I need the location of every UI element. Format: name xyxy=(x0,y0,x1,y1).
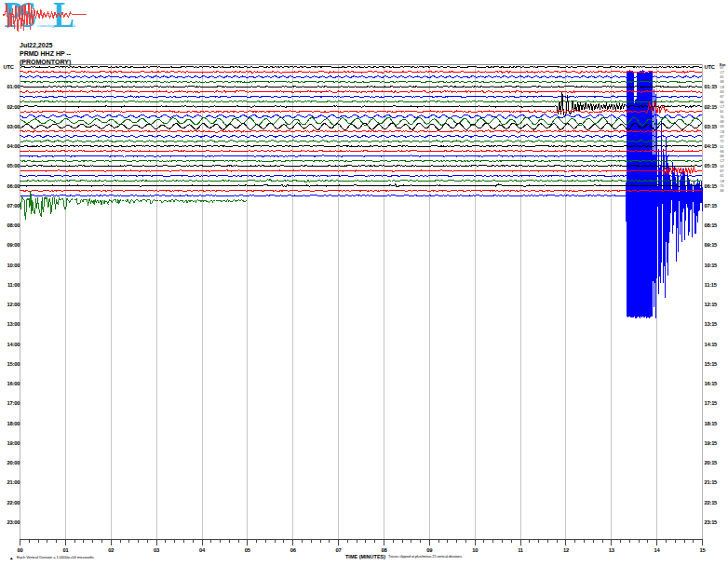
svg-text:17:15: 17:15 xyxy=(705,400,719,406)
svg-text:10: 10 xyxy=(472,547,478,553)
svg-text:04:15: 04:15 xyxy=(705,143,719,149)
svg-text:20:00: 20:00 xyxy=(7,460,20,465)
svg-text:13: 13 xyxy=(609,547,615,553)
svg-text:12:15: 12:15 xyxy=(705,302,719,307)
svg-text:UTC: UTC xyxy=(705,64,716,70)
svg-text:C7: C7 xyxy=(721,105,724,109)
svg-text:22:15: 22:15 xyxy=(705,500,719,505)
svg-text:67: 67 xyxy=(721,169,724,173)
svg-text:16:15: 16:15 xyxy=(705,381,719,386)
svg-text:02: 02 xyxy=(108,547,114,553)
svg-text:03: 03 xyxy=(154,547,160,553)
svg-text:UTC: UTC xyxy=(4,64,15,70)
svg-text:C8: C8 xyxy=(721,180,724,183)
svg-text:Jul22,2025: Jul22,2025 xyxy=(20,42,53,49)
svg-text:01:15: 01:15 xyxy=(705,84,719,89)
svg-text:17:00: 17:00 xyxy=(7,400,20,406)
svg-text:14:00: 14:00 xyxy=(7,342,20,347)
svg-text:66: 66 xyxy=(721,150,724,154)
svg-text:01: 01 xyxy=(62,547,69,553)
svg-text:00: 00 xyxy=(18,547,23,553)
svg-text:23:00: 23:00 xyxy=(7,519,20,525)
svg-text:08: 08 xyxy=(381,547,387,553)
svg-text:13:00: 13:00 xyxy=(7,321,20,327)
svg-text:09:00: 09:00 xyxy=(7,242,20,248)
svg-text:11:15: 11:15 xyxy=(705,282,718,288)
svg-text:18:15: 18:15 xyxy=(705,421,719,426)
svg-text:09:15: 09:15 xyxy=(705,242,719,248)
svg-text:04:00: 04:00 xyxy=(7,143,20,149)
svg-text:11:00: 11:00 xyxy=(7,282,20,288)
svg-text:C7: C7 xyxy=(721,71,724,74)
svg-text:61: 61 xyxy=(721,145,724,149)
svg-text:67: 67 xyxy=(721,95,724,99)
svg-text:07:15: 07:15 xyxy=(705,203,719,209)
svg-text:63: 63 xyxy=(721,90,724,94)
svg-text:63: 63 xyxy=(721,125,724,128)
svg-text:C8: C8 xyxy=(721,86,724,89)
svg-text:67: 67 xyxy=(721,66,724,70)
svg-text:12: 12 xyxy=(563,547,569,553)
svg-text:05:00: 05:00 xyxy=(7,163,20,168)
svg-text:13:15: 13:15 xyxy=(705,321,719,327)
svg-text:68: 68 xyxy=(721,155,724,158)
svg-text:(PROMONTORY): (PROMONTORY) xyxy=(20,59,71,66)
svg-text:02:15: 02:15 xyxy=(705,104,719,110)
svg-text:61: 61 xyxy=(721,174,724,178)
svg-text:09: 09 xyxy=(426,547,433,553)
svg-text:01:00: 01:00 xyxy=(7,84,20,89)
svg-text:19:00: 19:00 xyxy=(7,440,20,446)
svg-text:68: 68 xyxy=(721,80,724,84)
svg-text:67: 67 xyxy=(721,135,724,139)
svg-text:08:15: 08:15 xyxy=(705,222,719,228)
svg-text:15: 15 xyxy=(700,547,707,553)
svg-text:15:00: 15:00 xyxy=(7,361,20,367)
svg-text:C7: C7 xyxy=(721,159,724,163)
svg-text:Traces clipped at plus/minus 2: Traces clipped at plus/minus 25 vertical… xyxy=(388,554,462,559)
svg-text:70: 70 xyxy=(721,115,724,119)
svg-text:18:00: 18:00 xyxy=(7,421,20,426)
svg-text:06: 06 xyxy=(290,547,297,553)
svg-text:61: 61 xyxy=(721,75,724,79)
svg-text:07: 07 xyxy=(336,547,342,553)
svg-text:19:15: 19:15 xyxy=(705,440,719,446)
svg-text:63: 63 xyxy=(721,165,724,168)
svg-text:05: 05 xyxy=(245,547,251,553)
svg-text:22:00: 22:00 xyxy=(7,500,20,505)
svg-text:L: L xyxy=(53,0,74,35)
svg-text:10:00: 10:00 xyxy=(7,263,20,268)
svg-text:23:15: 23:15 xyxy=(705,519,719,525)
svg-text:10:15: 10:15 xyxy=(705,263,719,268)
svg-text:20:15: 20:15 xyxy=(705,460,719,465)
svg-text:68: 68 xyxy=(721,120,724,124)
svg-text:21:00: 21:00 xyxy=(7,479,20,485)
svg-text:66: 66 xyxy=(721,101,724,104)
svg-text:Each Vertical Division = 1.000: Each Vertical Division = 1.0000e+04 micr… xyxy=(17,555,94,559)
svg-text:eismology: eismology xyxy=(37,23,57,28)
svg-text:21:15: 21:15 xyxy=(705,479,719,485)
svg-text:PRMD HHZ HP --: PRMD HHZ HP -- xyxy=(20,50,72,57)
svg-text:15:15: 15:15 xyxy=(705,361,719,367)
svg-text:06:15: 06:15 xyxy=(705,183,719,189)
svg-text:66: 66 xyxy=(721,189,724,193)
svg-text:12:00: 12:00 xyxy=(7,302,20,307)
svg-text:61: 61 xyxy=(721,110,724,114)
svg-text:08:00: 08:00 xyxy=(7,222,20,228)
svg-text:ab: ab xyxy=(72,23,76,28)
svg-text:02:00: 02:00 xyxy=(7,104,20,110)
svg-text:06:00: 06:00 xyxy=(7,183,20,189)
svg-text:70: 70 xyxy=(721,184,724,188)
svg-text:72: 72 xyxy=(721,140,724,143)
svg-text:▲: ▲ xyxy=(9,556,13,560)
svg-text:TIME (MINUTES): TIME (MINUTES) xyxy=(345,554,385,559)
svg-text:16:00: 16:00 xyxy=(7,381,20,386)
svg-text:14:15: 14:15 xyxy=(705,342,719,347)
svg-text:C8: C8 xyxy=(721,130,724,134)
svg-text:03:00: 03:00 xyxy=(7,124,20,129)
svg-text:05:15: 05:15 xyxy=(705,163,719,168)
svg-text:07:00: 07:00 xyxy=(7,203,20,209)
svg-text:14: 14 xyxy=(654,547,661,553)
svg-text:04: 04 xyxy=(199,547,206,553)
svg-text:03:15: 03:15 xyxy=(705,124,719,129)
